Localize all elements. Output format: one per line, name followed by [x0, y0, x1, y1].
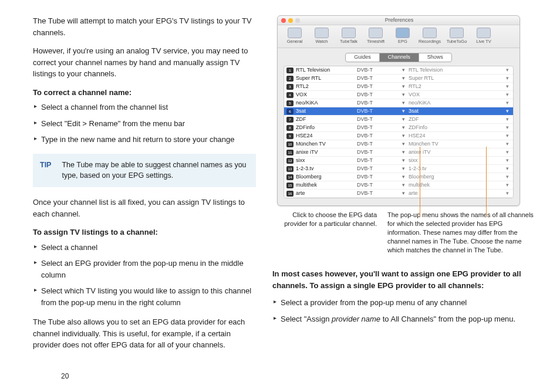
tubetalk-icon — [342, 28, 356, 38]
channel-row[interactable]: 9HSE24DVB-T▾HSE24▾ — [284, 132, 513, 140]
epg-dropdown-icon[interactable]: ▾ — [504, 150, 511, 156]
callout-line-2 — [486, 147, 487, 217]
provider-dropdown-icon[interactable]: ▾ — [398, 150, 409, 156]
step-type-name: Type in the new name and hit return to s… — [34, 134, 256, 146]
recordings-icon — [423, 28, 437, 38]
callout-provider-popup: Click to choose the EPG data provider fo… — [277, 211, 377, 254]
provider-dropdown-icon[interactable]: ▾ — [398, 84, 409, 90]
toolbar-tab-live tv[interactable]: Live TV — [470, 28, 497, 44]
toolbar-tab-label: TubeToGo — [443, 39, 470, 44]
provider-dropdown-icon[interactable]: ▾ — [398, 117, 409, 123]
toolbar-tab-label: Recordings — [416, 39, 443, 44]
channel-row[interactable]: 131-2-3.tvDVB-T▾1-2-3.tv▾ — [284, 165, 513, 173]
channel-row[interactable]: 16arteDVB-T▾arte▾ — [284, 190, 513, 198]
epg-dropdown-icon[interactable]: ▾ — [504, 109, 511, 114]
toolbar-tab-watch[interactable]: Watch — [308, 28, 335, 44]
segment-guides[interactable]: Guides — [346, 53, 380, 62]
channel-row[interactable]: 3RTL2DVB-T▾RTL2▾ — [284, 83, 513, 91]
toolbar-tab-tubetalk[interactable]: TubeTalk — [335, 28, 362, 44]
epg-dropdown-icon[interactable]: ▾ — [504, 125, 511, 131]
channel-row[interactable]: 4VOXDVB-T▾VOX▾ — [284, 91, 513, 99]
channel-row[interactable]: 2Super RTLDVB-T▾Super RTL▾ — [284, 75, 513, 83]
toolbar-tab-tubetogo[interactable]: TubeToGo — [443, 28, 470, 44]
page-number: 20 — [61, 371, 69, 381]
epg-dropdown-icon[interactable]: ▾ — [504, 174, 511, 180]
toolbar-tab-general[interactable]: General — [281, 28, 308, 44]
epg-dropdown-icon[interactable]: ▾ — [504, 158, 511, 164]
epg-dropdown-icon[interactable]: ▾ — [504, 117, 511, 123]
toolbar-tab-timeshift[interactable]: Timeshift — [362, 28, 389, 44]
step-select-any-provider: Select a provider from the pop-up menu o… — [274, 297, 540, 309]
epg-dropdown-icon[interactable]: ▾ — [504, 183, 511, 188]
tip-label: TIP — [40, 160, 51, 182]
provider-dropdown-icon[interactable]: ▾ — [398, 191, 409, 197]
channel-row[interactable]: 12sixxDVB-T▾sixx▾ — [284, 157, 513, 165]
timeshift-icon — [369, 28, 383, 38]
channel-row[interactable]: 15multithekDVB-T▾multithek▾ — [284, 181, 513, 190]
epg-dropdown-icon[interactable]: ▾ — [504, 84, 511, 90]
channel-row[interactable]: 5neo/KiKADVB-T▾neo/KiKA▾ — [284, 99, 513, 107]
epg-dropdown-icon[interactable]: ▾ — [504, 92, 511, 98]
toolbar-tab-label: EPG — [389, 39, 416, 44]
epg-dropdown-icon[interactable]: ▾ — [504, 141, 511, 147]
provider-dropdown-icon[interactable]: ▾ — [398, 183, 409, 188]
step-select-channel-2: Select a channel — [34, 242, 256, 254]
provider-dropdown-icon[interactable]: ▾ — [398, 141, 409, 147]
provider-dropdown-icon[interactable]: ▾ — [398, 67, 409, 73]
provider-dropdown-icon[interactable]: ▾ — [398, 100, 409, 106]
provider-dropdown-icon[interactable]: ▾ — [398, 174, 409, 180]
channel-row[interactable]: 8ZDFinfoDVB-T▾ZDFinfo▾ — [284, 124, 513, 132]
toolbar-tab-label: TubeTalk — [335, 39, 362, 44]
provider-dropdown-icon[interactable]: ▾ — [398, 109, 409, 114]
step-select-channel: Select a channel from the channel list — [34, 102, 256, 113]
epg-dropdown-icon[interactable]: ▾ — [504, 67, 511, 73]
channel-row[interactable]: 1RTL TelevisionDVB-T▾RTL Television▾ — [284, 66, 513, 75]
channel-row[interactable]: 11anixe iTVDVB-T▾anixe iTV▾ — [284, 148, 513, 157]
toolbar-tab-label: General — [281, 39, 308, 44]
watch-icon — [315, 28, 329, 38]
toolbar-tab-label: Live TV — [470, 39, 497, 44]
tip-box: TIP The Tube may be able to suggest chan… — [33, 154, 256, 188]
toolbar-tab-recordings[interactable]: Recordings — [416, 28, 443, 44]
epg-dropdown-icon[interactable]: ▾ — [504, 100, 511, 106]
epg-dropdown-icon[interactable]: ▾ — [504, 133, 511, 139]
segment-shows[interactable]: Shows — [419, 53, 451, 62]
step-assign-all: Select "Assign provider name to All Chan… — [274, 313, 540, 325]
provider-dropdown-icon[interactable]: ▾ — [398, 92, 409, 98]
paragraph-individual-provider: The Tube also allows you to set an EPG d… — [33, 316, 256, 351]
tip-body: The Tube may be able to suggest channel … — [62, 160, 249, 182]
window-title: Preferences — [282, 18, 516, 23]
epg-dropdown-icon[interactable]: ▾ — [504, 191, 511, 197]
heading-assign-listings: To assign TV listings to a channel: — [33, 227, 256, 238]
provider-dropdown-icon[interactable]: ▾ — [398, 166, 409, 172]
segment-channels[interactable]: Channels — [380, 53, 419, 62]
epg-icon — [396, 28, 410, 38]
toolbar-tab-label: Watch — [308, 39, 335, 44]
preferences-window: Preferences GeneralWatchTubeTalkTimeshif… — [277, 15, 520, 206]
provider-dropdown-icon[interactable]: ▾ — [398, 133, 409, 139]
intro-paragraph-2: However, if you're using an analog TV se… — [33, 45, 256, 80]
channel-row[interactable]: 14BloombergDVB-T▾Bloomberg▾ — [284, 173, 513, 181]
channel-row[interactable]: 7ZDFDVB-T▾ZDF▾ — [284, 116, 513, 124]
toolbar-tab-label: Timeshift — [362, 39, 389, 44]
intro-paragraph-1: The Tube will attempt to match your EPG'… — [33, 15, 256, 38]
epg-dropdown-icon[interactable]: ▾ — [504, 166, 511, 172]
provider-dropdown-icon[interactable]: ▾ — [398, 158, 409, 164]
heading-assign-all: In most cases however, you'll want to as… — [272, 268, 540, 291]
channel-row[interactable]: 10München TVDVB-T▾München TV▾ — [284, 140, 513, 148]
heading-correct-channel: To correct a channel name: — [33, 87, 256, 99]
provider-dropdown-icon[interactable]: ▾ — [398, 76, 409, 82]
callout-line-1 — [420, 147, 420, 217]
epg-dropdown-icon[interactable]: ▾ — [504, 76, 511, 82]
step-select-provider: Select an EPG provider from the pop-up m… — [34, 258, 256, 281]
callout-epg-popup: The pop-up menu shows the names of all c… — [387, 211, 538, 254]
step-select-listing: Select which TV listing you would like t… — [34, 285, 256, 308]
toolbar-tab-epg[interactable]: EPG — [389, 28, 416, 44]
step-edit-rename: Select "Edit > Rename" from the menu bar — [34, 118, 256, 130]
tubetogo-icon — [450, 28, 464, 38]
general-icon — [288, 28, 302, 38]
paragraph-after-fix: Once your channel list is all fixed, you… — [33, 197, 256, 219]
channel-row[interactable]: 63satDVB-T▾3sat▾ — [284, 107, 513, 116]
live tv-icon — [477, 28, 491, 38]
provider-dropdown-icon[interactable]: ▾ — [398, 125, 409, 131]
